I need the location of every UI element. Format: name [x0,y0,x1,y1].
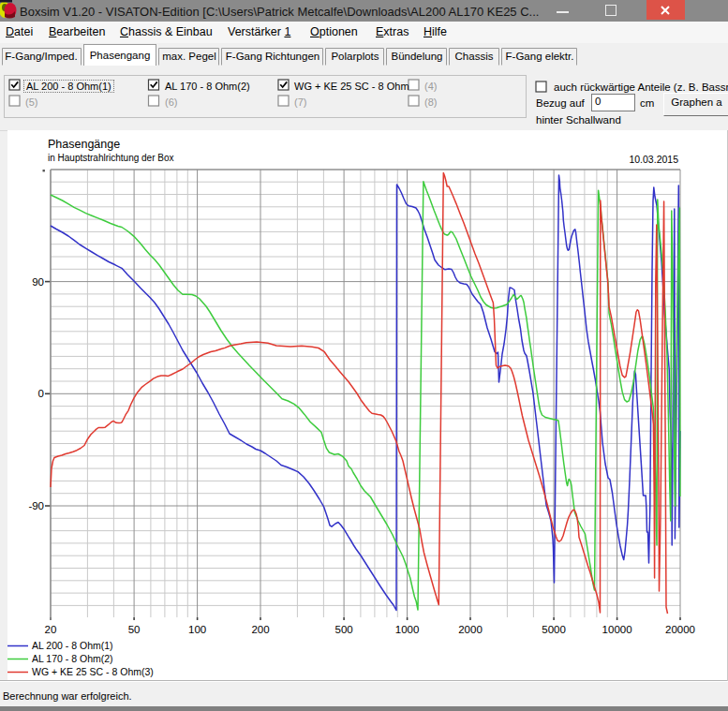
svg-text:50: 50 [128,624,141,635]
svg-text:Phasengänge: Phasengänge [48,138,120,151]
svg-text:90: 90 [32,276,44,288]
svg-text:200: 200 [251,624,269,635]
svg-text:20000: 20000 [665,624,695,635]
svg-text:WG + KE 25 SC - 8 Ohm(3): WG + KE 25 SC - 8 Ohm(3) [32,666,154,677]
svg-text:5000: 5000 [542,624,566,635]
svg-text:1000: 1000 [395,624,420,635]
svg-text:0: 0 [38,388,44,399]
svg-text:AL 170 - 8 Ohm(2): AL 170 - 8 Ohm(2) [32,653,113,664]
svg-text:10000: 10000 [602,624,632,635]
svg-text:in Hauptstrahlrichtung der Box: in Hauptstrahlrichtung der Box [48,153,174,163]
svg-text:AL 200 - 8 Ohm(1): AL 200 - 8 Ohm(1) [32,640,113,651]
svg-text:-90: -90 [28,500,44,511]
svg-text:20: 20 [45,624,57,635]
svg-text:500: 500 [335,624,353,635]
svg-text:10.03.2015: 10.03.2015 [629,154,678,165]
svg-text:100: 100 [188,624,206,635]
svg-text:2000: 2000 [458,624,483,635]
